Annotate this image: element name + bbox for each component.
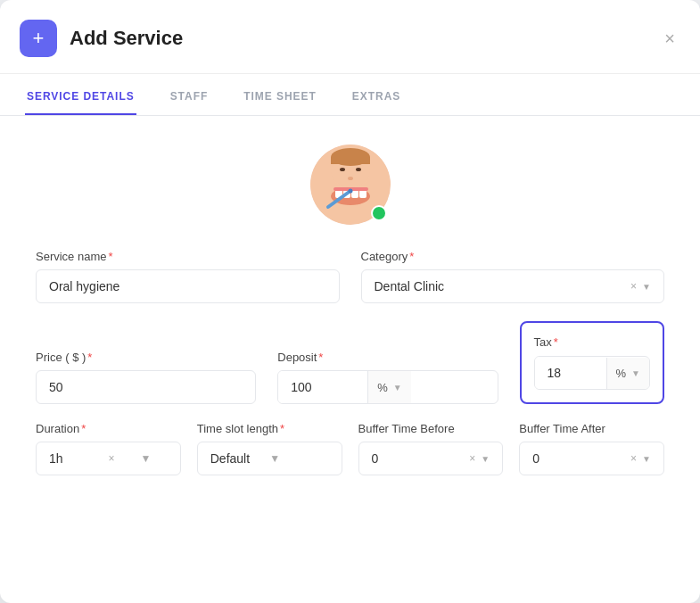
buffer-after-icons: × ▼ <box>630 452 651 465</box>
svg-point-10 <box>340 168 345 171</box>
price-label: Price ( $ )* <box>36 351 256 364</box>
category-select[interactable]: Dental Clinic × ▼ <box>361 269 665 303</box>
buffer-after-chevron-icon[interactable]: ▼ <box>642 454 651 464</box>
deposit-input-group: % ▼ <box>277 370 498 404</box>
buffer-before-label: Buffer Time Before <box>358 422 504 435</box>
deposit-unit-select[interactable]: % ▼ <box>367 371 410 403</box>
plus-icon: + <box>20 20 57 57</box>
tab-nav: SERVICE DETAILS STAFF TIME SHEET EXTRAS <box>0 78 700 116</box>
service-name-group: Service name* <box>36 250 340 303</box>
buffer-after-group: Buffer Time After 0 × ▼ <box>519 422 664 475</box>
add-service-modal: + Add Service × SERVICE DETAILS STAFF TI… <box>0 0 700 603</box>
duration-row: Duration* 1h × ▼ Time slot length* Defau… <box>36 422 664 475</box>
tax-label: Tax* <box>534 335 650 349</box>
tab-extras[interactable]: EXTRAS <box>350 78 402 115</box>
category-select-icons: × ▼ <box>630 280 651 293</box>
duration-clear-icon[interactable]: × <box>108 452 135 465</box>
svg-point-12 <box>348 177 353 180</box>
service-name-category-row: Service name* Category* Dental Clinic × … <box>36 250 664 303</box>
duration-select[interactable]: 1h × ▼ <box>36 442 181 475</box>
tab-staff[interactable]: STAFF <box>169 78 210 115</box>
category-group: Category* Dental Clinic × ▼ <box>361 250 665 303</box>
tax-input-group: % ▼ <box>534 356 650 390</box>
modal-title: Add Service <box>70 27 183 50</box>
deposit-label: Deposit* <box>277 351 498 364</box>
buffer-before-value: 0 <box>372 451 470 466</box>
deposit-group: Deposit* % ▼ <box>277 351 498 404</box>
buffer-after-select[interactable]: 0 × ▼ <box>519 442 664 475</box>
avatar-section <box>36 137 664 225</box>
price-deposit-tax-row: Price ( $ )* Deposit* % ▼ Tax* <box>36 321 664 404</box>
duration-label: Duration* <box>36 422 181 435</box>
tab-time-sheet[interactable]: TIME SHEET <box>242 78 318 115</box>
time-slot-icons: ▼ <box>269 452 328 465</box>
service-name-label: Service name* <box>36 250 340 263</box>
category-chevron-icon[interactable]: ▼ <box>642 282 651 292</box>
price-group: Price ( $ )* <box>36 351 256 404</box>
tax-input[interactable] <box>535 357 606 389</box>
buffer-before-select[interactable]: 0 × ▼ <box>358 442 504 475</box>
buffer-before-icons: × ▼ <box>469 452 490 465</box>
svg-point-8 <box>348 189 352 194</box>
category-value: Dental Clinic <box>375 279 631 293</box>
svg-point-11 <box>356 168 361 171</box>
buffer-after-label: Buffer Time After <box>519 422 664 435</box>
time-slot-select[interactable]: Default ▼ <box>197 442 342 475</box>
tab-service-details[interactable]: SERVICE DETAILS <box>25 78 136 115</box>
tax-group: Tax* % ▼ <box>520 321 664 404</box>
modal-body: Service name* Category* Dental Clinic × … <box>0 116 700 515</box>
buffer-after-clear-icon[interactable]: × <box>630 452 637 465</box>
price-input[interactable] <box>36 370 256 404</box>
svg-rect-14 <box>331 157 370 164</box>
close-button[interactable]: × <box>664 29 675 47</box>
category-clear-icon[interactable]: × <box>630 280 637 293</box>
avatar-status-dot <box>371 205 387 221</box>
service-name-input[interactable] <box>36 269 340 303</box>
time-slot-label: Time slot length* <box>197 422 342 435</box>
time-slot-group: Time slot length* Default ▼ <box>197 422 342 475</box>
buffer-before-chevron-icon[interactable]: ▼ <box>481 454 490 464</box>
duration-select-icons: × ▼ <box>108 452 167 465</box>
tax-unit-select[interactable]: % ▼ <box>606 358 649 389</box>
buffer-after-value: 0 <box>532 451 630 466</box>
modal-header: + Add Service × <box>0 0 700 74</box>
deposit-input[interactable] <box>278 371 367 403</box>
deposit-chevron-icon: ▼ <box>393 383 402 392</box>
time-slot-value: Default <box>210 451 269 466</box>
buffer-before-group: Buffer Time Before 0 × ▼ <box>358 422 504 475</box>
tax-chevron-icon: ▼ <box>631 368 640 378</box>
buffer-before-clear-icon[interactable]: × <box>469 452 475 465</box>
duration-group: Duration* 1h × ▼ <box>36 422 181 475</box>
deposit-unit-value: % <box>377 381 388 394</box>
duration-value: 1h <box>49 451 108 466</box>
avatar-wrapper[interactable] <box>310 145 391 225</box>
category-label: Category* <box>361 250 665 263</box>
header-left: + Add Service <box>20 20 183 57</box>
duration-chevron-icon[interactable]: ▼ <box>141 452 168 465</box>
tax-unit-value: % <box>616 367 627 380</box>
time-slot-chevron-icon[interactable]: ▼ <box>269 452 328 465</box>
